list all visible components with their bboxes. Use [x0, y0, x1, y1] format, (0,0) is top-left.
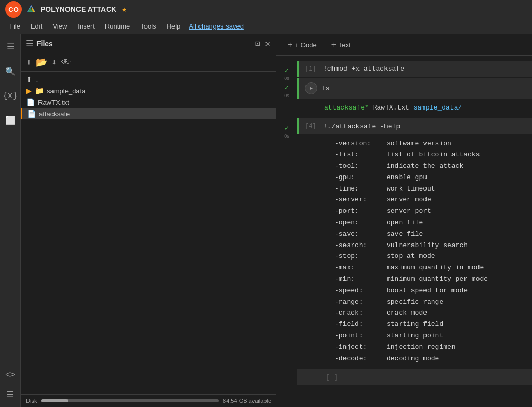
add-code-label: + Code: [295, 41, 316, 49]
help-key-11: -max:: [324, 263, 387, 274]
help-key-15: -crack:: [324, 308, 387, 319]
colab-logo: CO: [5, 1, 22, 18]
help-key-0: -version:: [324, 139, 387, 150]
sidebar-files-icon[interactable]: ⬜: [3, 113, 18, 128]
help-key-8: -save:: [324, 229, 387, 240]
menu-file[interactable]: File: [5, 21, 24, 31]
help-val-4: work timeout: [387, 184, 526, 195]
ls-output-sampledata: sample_data/: [414, 104, 462, 112]
cell-2-time: 0s: [284, 93, 289, 98]
menubar: File Edit View Insert Runtime Tools Help…: [0, 19, 532, 34]
help-key-18: -inject:: [324, 342, 387, 353]
file-icon-attacksafe: 📄: [27, 110, 36, 118]
help-val-10: stop at mode: [387, 251, 526, 262]
help-val-19: decoding mode: [387, 354, 526, 364]
help-key-9: -search:: [324, 240, 387, 251]
help-val-6: server port: [387, 206, 526, 217]
cell-3-code: !./attacksafe -help: [323, 123, 400, 130]
sidebar-variables-icon[interactable]: {x}: [1, 89, 20, 103]
menu-view[interactable]: View: [48, 21, 71, 31]
file-item-parent[interactable]: ⬆ ..: [21, 74, 276, 85]
help-val-7: open file: [387, 218, 526, 228]
help-key-5: -server:: [324, 195, 387, 206]
sidebar-search-icon[interactable]: 🔍: [3, 64, 18, 79]
add-text-label: Text: [338, 41, 351, 49]
ls-output-attacksafe: attacksafe*: [324, 104, 369, 112]
cell-1-input[interactable]: [1] !chmod +x attacksafe: [297, 61, 532, 77]
notebook-title: POLYNONCE ATTACK: [41, 5, 116, 13]
files-hamburger-icon[interactable]: ☰: [26, 38, 33, 49]
ls-output-rawtx: RawTX.txt: [373, 104, 414, 112]
notebook: + + Code + Text ✓ 0s [1] !chmod +x attac…: [276, 34, 532, 407]
refresh-icon[interactable]: ⬇: [51, 57, 57, 68]
help-val-18: injection regimen: [387, 342, 526, 353]
help-val-13: boost speed for mode: [387, 286, 526, 296]
files-close-icon[interactable]: ✕: [264, 37, 271, 50]
cell-2: ✓ 0s ▶ ls attacksafe* RawTX.txt sample_d…: [276, 78, 532, 117]
plus-text-icon: +: [331, 40, 336, 49]
empty-cell[interactable]: [ ]: [297, 369, 532, 385]
files-panel-title: Files: [36, 39, 251, 48]
help-val-0: software version: [387, 139, 526, 150]
file-item-rawtx[interactable]: 📄 RawTX.txt: [21, 97, 276, 108]
help-key-3: -gpu:: [324, 172, 387, 183]
help-key-12: -min:: [324, 274, 387, 285]
cell-3-gutter: ✓ 0s: [276, 118, 297, 139]
save-status[interactable]: All changes saved: [189, 22, 244, 30]
file-item-sample-data-name: sample_data: [47, 87, 85, 95]
help-key-16: -field:: [324, 319, 387, 330]
help-val-14: specific range: [387, 297, 526, 308]
cell-3-content: [4] !./attacksafe -help -version:softwar…: [297, 118, 532, 369]
cell-1: ✓ 0s [1] !chmod +x attacksafe: [276, 61, 532, 77]
cell-2-run-button[interactable]: ▶: [305, 82, 317, 94]
help-key-4: -time:: [324, 184, 387, 195]
cell-1-content: [1] !chmod +x attacksafe: [297, 61, 532, 77]
main-area: ☰ 🔍 {x} ⬜ <> ☰ ☰ Files ⊡ ✕ ⬆ 📂 ⬇ 👁 ⬆ ..: [0, 34, 532, 407]
cell-3-output: -version:software version -list:list of …: [297, 134, 532, 369]
hide-icon[interactable]: 👁: [61, 57, 71, 68]
help-val-16: starting field: [387, 319, 526, 330]
file-item-attacksafe[interactable]: 📄 attacksafe: [21, 108, 276, 119]
help-val-17: starting point: [387, 331, 526, 342]
files-tree: ⬆ .. ▶ 📁 sample_data 📄 RawTX.txt 📄 attac…: [21, 72, 276, 394]
file-item-sample-data[interactable]: ▶ 📁 sample_data: [21, 85, 276, 97]
help-table: -version:software version -list:list of …: [324, 139, 526, 364]
sidebar-code-icon[interactable]: <>: [3, 369, 17, 382]
upload-file-icon[interactable]: ⬆: [26, 57, 32, 68]
cell-3-input[interactable]: [4] !./attacksafe -help: [297, 118, 532, 134]
cell-2-code: ls: [322, 85, 330, 92]
files-footer: Disk 84.54 GB available: [21, 394, 276, 407]
menu-tools[interactable]: Tools: [136, 21, 160, 31]
help-key-2: -tool:: [324, 161, 387, 172]
file-item-attacksafe-name: attacksafe: [39, 110, 70, 118]
drive-icon: [27, 5, 35, 13]
menu-runtime[interactable]: Runtime: [101, 21, 134, 31]
cell-1-number: [1]: [305, 65, 318, 73]
cell-2-input[interactable]: ▶ ls: [297, 78, 532, 99]
files-panel: ☰ Files ⊡ ✕ ⬆ 📂 ⬇ 👁 ⬆ .. ▶ 📁 sample_data…: [21, 34, 276, 407]
star-icon[interactable]: ★: [122, 4, 127, 15]
help-val-9: vulnerability search: [387, 240, 526, 251]
menu-help[interactable]: Help: [163, 21, 185, 31]
file-icon-rawtx: 📄: [26, 98, 35, 106]
files-new-folder-icon[interactable]: ⊡: [254, 37, 261, 50]
help-key-17: -point:: [324, 331, 387, 342]
add-text-button[interactable]: + Text: [328, 38, 354, 51]
upload-folder-icon[interactable]: 📂: [36, 57, 47, 68]
cell-3-time: 0s: [284, 133, 289, 139]
cell-1-status: ✓: [285, 66, 289, 75]
file-item-rawtx-name: RawTX.txt: [38, 99, 69, 106]
menu-insert[interactable]: Insert: [73, 21, 99, 31]
file-item-parent-name: ..: [35, 76, 39, 84]
sidebar-menu-icon[interactable]: ☰: [4, 387, 16, 402]
sidebar-hamburger-icon[interactable]: ☰: [5, 39, 16, 54]
cell-1-code: !chmod +x attacksafe: [323, 65, 404, 73]
help-val-12: minimum quantity per mode: [387, 274, 526, 285]
files-toolbar: ⬆ 📂 ⬇ 👁: [21, 53, 276, 72]
cell-2-content: ▶ ls attacksafe* RawTX.txt sample_data/: [297, 78, 532, 117]
add-code-button[interactable]: + + Code: [285, 38, 320, 51]
help-key-14: -range:: [324, 297, 387, 308]
icon-sidebar: ☰ 🔍 {x} ⬜ <> ☰: [0, 34, 21, 407]
help-key-10: -stop:: [324, 251, 387, 262]
menu-edit[interactable]: Edit: [26, 21, 46, 31]
